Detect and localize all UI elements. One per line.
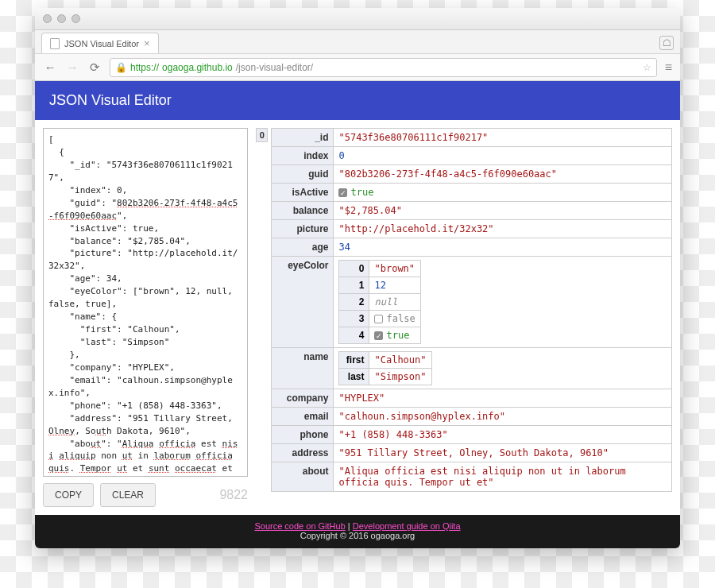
checkbox-checked-icon: ✓ xyxy=(374,331,383,340)
nested-key: first xyxy=(339,352,369,369)
window-close-dot[interactable] xyxy=(43,14,52,23)
array-index: 3 xyxy=(339,311,369,327)
field-value[interactable]: "802b3206-273f-4f48-a4c5-f6f090e60aac" xyxy=(334,165,672,184)
address-bar[interactable]: 🔒 https://ogaoga.github.io/json-visual-e… xyxy=(110,58,657,77)
editor-controls: COPY CLEAR 9822 xyxy=(43,483,248,507)
array-index: 4 xyxy=(339,327,369,344)
field-value[interactable]: "$2,785.04" xyxy=(334,202,672,220)
hamburger-menu-icon[interactable]: ≡ xyxy=(665,60,672,75)
footer-link-qiita[interactable]: Development guide on Qiita xyxy=(353,521,461,531)
array-item[interactable]: null xyxy=(369,294,420,311)
nested-key: last xyxy=(339,369,369,385)
array-index-badge: 0 xyxy=(256,128,268,142)
field-key: email xyxy=(272,408,334,426)
field-value[interactable]: ✓true xyxy=(334,184,672,202)
clear-button[interactable]: CLEAR xyxy=(100,483,156,507)
field-key: isActive xyxy=(272,184,334,202)
field-key: guid xyxy=(272,165,334,184)
window-titlebar xyxy=(35,8,680,30)
json-textarea[interactable]: [ { "_id": "5743f36e80706111c1f90217", "… xyxy=(43,128,248,477)
checkbox-unchecked-icon xyxy=(374,315,383,323)
url-path: /json-visual-editor/ xyxy=(236,62,313,73)
array-index: 0 xyxy=(339,261,369,277)
array-index: 2 xyxy=(339,294,369,311)
app-header: JSON Visual Editor xyxy=(35,81,680,120)
field-value: first"Calhoun" last"Simpson" xyxy=(334,348,672,389)
field-key: picture xyxy=(272,220,334,238)
array-index: 1 xyxy=(339,277,369,294)
array-item[interactable]: "brown" xyxy=(369,261,420,277)
field-key: index xyxy=(272,147,334,165)
field-key: balance xyxy=(272,202,334,220)
tab-title: JSON Visual Editor xyxy=(64,39,139,48)
field-key: address xyxy=(272,444,334,462)
array-table: 0"brown" 112 2null 3false 4✓true xyxy=(338,260,420,344)
browser-tab[interactable]: JSON Visual Editor × xyxy=(41,33,159,53)
nested-object-table: first"Calhoun" last"Simpson" xyxy=(338,351,431,385)
field-key: eyeColor xyxy=(272,257,334,348)
app-title: JSON Visual Editor xyxy=(49,92,172,108)
field-value: 0"brown" 112 2null 3false 4✓true xyxy=(334,257,672,348)
field-value[interactable]: "http://placehold.it/32x32" xyxy=(334,220,672,238)
copy-button[interactable]: COPY xyxy=(43,483,94,507)
field-key: about xyxy=(272,462,334,492)
field-value[interactable]: "951 Tillary Street, Olney, South Dakota… xyxy=(334,444,672,462)
array-item[interactable]: false xyxy=(369,311,420,327)
url-scheme: https:// xyxy=(130,62,159,73)
field-value[interactable]: "5743f36e80706111c1f90217" xyxy=(334,129,672,147)
object-table: _id "5743f36e80706111c1f90217" index 0 g… xyxy=(271,128,672,492)
field-key: _id xyxy=(272,129,334,147)
array-item[interactable]: ✓true xyxy=(369,327,420,344)
field-value[interactable]: 0 xyxy=(334,147,672,165)
footer-link-github[interactable]: Source code on GitHub xyxy=(254,521,345,531)
bookmark-star-icon[interactable]: ☆ xyxy=(643,62,651,73)
field-value[interactable]: "+1 (858) 448-3363" xyxy=(334,426,672,444)
url-host: ogaoga.github.io xyxy=(162,62,233,73)
window-minimize-dot[interactable] xyxy=(57,14,66,23)
field-key: company xyxy=(272,389,334,408)
back-button[interactable]: ← xyxy=(43,60,57,74)
reload-button[interactable]: ⟳ xyxy=(87,60,102,75)
field-value[interactable]: "Aliqua officia est nisi aliquip non ut … xyxy=(334,462,672,492)
checkbox-checked-icon: ✓ xyxy=(338,188,347,197)
browser-window: JSON Visual Editor × ☖ ← → ⟳ 🔒 https://o… xyxy=(35,8,680,548)
field-value[interactable]: "HYPLEX" xyxy=(334,389,672,408)
field-key: age xyxy=(272,238,334,257)
app-content: [ { "_id": "5743f36e80706111c1f90217", "… xyxy=(35,120,680,515)
visual-pane: 0 _id "5743f36e80706111c1f90217" index 0… xyxy=(256,120,680,515)
raw-json-pane: [ { "_id": "5743f36e80706111c1f90217", "… xyxy=(35,120,256,515)
forward-button[interactable]: → xyxy=(65,60,79,74)
field-key: name xyxy=(272,348,334,389)
browser-tabbar: JSON Visual Editor × ☖ xyxy=(35,30,680,54)
field-value[interactable]: 34 xyxy=(334,238,672,257)
tab-close-icon[interactable]: × xyxy=(144,37,150,49)
field-key: phone xyxy=(272,426,334,444)
browser-toolbar: ← → ⟳ 🔒 https://ogaoga.github.io/json-vi… xyxy=(35,54,680,81)
nested-value[interactable]: "Calhoun" xyxy=(369,352,431,369)
char-count: 9822 xyxy=(219,488,248,502)
profile-icon[interactable]: ☖ xyxy=(659,36,674,50)
field-value[interactable]: "calhoun.simpson@hyplex.info" xyxy=(334,408,672,426)
array-item[interactable]: 12 xyxy=(369,277,420,294)
page-icon xyxy=(50,38,60,49)
nested-value[interactable]: "Simpson" xyxy=(369,369,431,385)
footer-copyright: Copyright © 2016 ogaoga.org xyxy=(35,531,680,540)
footer-separator: | xyxy=(346,521,353,531)
lock-icon: 🔒 xyxy=(115,62,127,73)
app-footer: Source code on GitHub | Development guid… xyxy=(35,515,680,548)
window-zoom-dot[interactable] xyxy=(72,14,80,23)
